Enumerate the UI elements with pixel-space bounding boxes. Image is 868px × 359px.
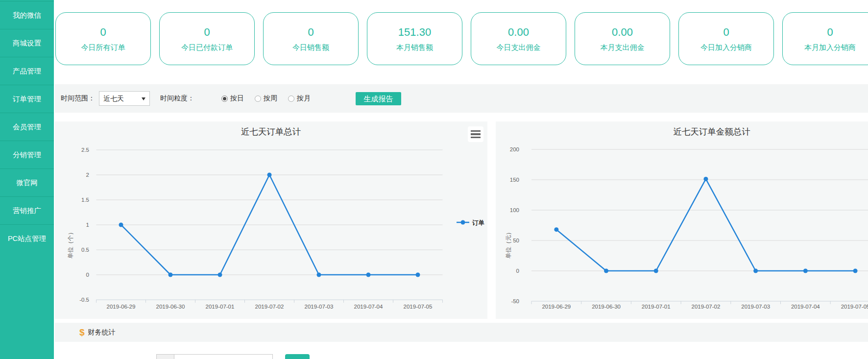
- stat-card-today-commission: 0.00 今日支出佣金: [471, 12, 566, 65]
- svg-text:1.5: 1.5: [81, 197, 89, 203]
- stat-cards-row: 0 今日所有订单 0 今日已付款订单 0 今日销售额 151.30 本月销售额 …: [55, 12, 868, 65]
- input-addon-box: [156, 354, 174, 359]
- stat-value: 0.00: [508, 27, 529, 38]
- dollar-icon: $: [79, 328, 85, 337]
- sidebar-item-distribution-mgmt[interactable]: 分销管理: [0, 141, 54, 168]
- svg-text:0: 0: [516, 268, 519, 274]
- sidebar-item-order-mgmt[interactable]: 订单管理: [0, 85, 54, 113]
- granularity-radio-group: 按日 按周 按月: [221, 94, 321, 103]
- svg-text:2019-07-02: 2019-07-02: [255, 304, 284, 310]
- sidebar-item-product-mgmt[interactable]: 产品管理: [0, 57, 54, 85]
- stat-label: 今日已付款订单: [181, 44, 233, 51]
- stat-card-today-new-distributors: 0 今日加入分销商: [678, 12, 774, 65]
- stat-label: 今日销售额: [292, 44, 329, 51]
- stat-card-month-commission: 0.00 本月支出佣金: [575, 12, 670, 65]
- sidebar-item-pc-site-mgmt[interactable]: PC站点管理: [0, 224, 54, 252]
- stat-value: 0: [100, 27, 106, 38]
- svg-text:50: 50: [513, 238, 519, 243]
- chevron-down-icon: [142, 97, 145, 100]
- svg-text:2019-06-29: 2019-06-29: [542, 304, 571, 310]
- bottom-form: [156, 354, 310, 359]
- svg-text:-0.5: -0.5: [79, 297, 89, 303]
- stat-value: 151.30: [398, 27, 431, 38]
- stat-label: 今日支出佣金: [497, 44, 541, 51]
- stat-label: 今日加入分销商: [700, 44, 752, 51]
- svg-text:2.5: 2.5: [81, 147, 89, 153]
- svg-text:150: 150: [510, 177, 519, 183]
- sidebar-item-marketing[interactable]: 营销推广: [0, 196, 54, 224]
- stat-card-month-sales: 151.30 本月销售额: [367, 12, 462, 65]
- time-range-label: 时间范围：: [61, 94, 95, 103]
- sidebar-item-mall-settings[interactable]: 商城设置: [0, 29, 54, 57]
- order-amount-line-chart: 近七天订单金额总计200150100500-502019-06-292019-0…: [496, 121, 868, 319]
- svg-text:-50: -50: [511, 298, 519, 304]
- finance-section-bar: $ 财务统计: [55, 323, 868, 342]
- svg-text:2019-07-03: 2019-07-03: [741, 304, 770, 310]
- time-range-select[interactable]: 近七天: [99, 91, 150, 106]
- radio-by-week[interactable]: 按周: [255, 94, 277, 103]
- stat-label: 本月销售额: [396, 44, 433, 51]
- main-content: 0 今日所有订单 0 今日已付款订单 0 今日销售额 151.30 本月销售额 …: [54, 0, 868, 359]
- radio-by-month[interactable]: 按月: [288, 94, 311, 103]
- svg-text:1: 1: [86, 222, 89, 228]
- radio-by-day[interactable]: 按日: [221, 94, 244, 103]
- svg-text:2019-07-05: 2019-07-05: [841, 304, 868, 310]
- svg-text:2019-07-01: 2019-07-01: [206, 304, 235, 310]
- svg-text:2019-07-04: 2019-07-04: [791, 304, 820, 310]
- stat-label: 本月加入分销商: [804, 44, 856, 51]
- bottom-submit-button[interactable]: [285, 354, 310, 359]
- svg-text:2019-07-01: 2019-07-01: [642, 304, 671, 310]
- svg-text:2019-07-05: 2019-07-05: [404, 304, 433, 310]
- stat-value: 0: [723, 27, 729, 38]
- sidebar: 我的微信 商城设置 产品管理 订单管理 会员管理 分销管理 微官网 营销推广 P…: [0, 0, 54, 359]
- radio-label: 按日: [230, 94, 244, 103]
- svg-text:近七天订单金额总计: 近七天订单金额总计: [673, 127, 750, 137]
- filter-bar: 时间范围： 近七天 时间粒度： 按日 按周 按月 生成报告: [55, 84, 868, 113]
- stat-value: 0: [827, 27, 833, 38]
- stat-value: 0.00: [612, 27, 633, 38]
- generate-report-button[interactable]: 生成报告: [356, 92, 401, 105]
- svg-text:近七天订单总计: 近七天订单总计: [241, 127, 301, 137]
- stat-card-today-paid-orders: 0 今日已付款订单: [159, 12, 255, 65]
- radio-icon: [255, 96, 261, 102]
- orders-chart-panel: 近七天订单总计2.521.510.50-0.52019-06-292019-06…: [55, 121, 487, 319]
- svg-text:单位（个）: 单位（个）: [67, 229, 74, 259]
- svg-text:100: 100: [510, 207, 519, 213]
- svg-text:2019-06-30: 2019-06-30: [156, 304, 185, 310]
- stat-value: 0: [308, 27, 313, 38]
- svg-text:2: 2: [86, 172, 89, 178]
- svg-text:订单: 订单: [472, 219, 485, 226]
- svg-text:单位（元）: 单位（元）: [505, 229, 512, 259]
- radio-label: 按月: [297, 94, 311, 103]
- stat-card-month-new-distributors: 0 本月加入分销商: [782, 12, 868, 65]
- stat-value: 0: [204, 27, 210, 38]
- finance-section-title: 财务统计: [88, 328, 116, 337]
- sidebar-item-micro-site[interactable]: 微官网: [0, 168, 54, 196]
- order-amount-chart-panel: 近七天订单金额总计200150100500-502019-06-292019-0…: [496, 121, 868, 319]
- radio-icon: [221, 96, 228, 102]
- time-range-selected-value: 近七天: [103, 95, 124, 102]
- svg-text:2019-06-30: 2019-06-30: [592, 304, 621, 310]
- svg-text:2019-06-29: 2019-06-29: [107, 304, 136, 310]
- sidebar-item-member-mgmt[interactable]: 会员管理: [0, 113, 54, 141]
- bottom-text-input[interactable]: [174, 354, 273, 359]
- hamburger-icon: [471, 130, 481, 132]
- svg-text:2019-07-02: 2019-07-02: [692, 304, 721, 310]
- stat-card-today-sales: 0 今日销售额: [263, 12, 359, 65]
- stat-label: 今日所有订单: [81, 44, 125, 51]
- stat-label: 本月支出佣金: [601, 44, 645, 51]
- radio-icon: [288, 96, 294, 102]
- chart-menu-button[interactable]: [468, 126, 483, 142]
- svg-text:2019-07-03: 2019-07-03: [305, 304, 334, 310]
- granularity-label: 时间粒度：: [160, 94, 194, 103]
- radio-label: 按周: [264, 94, 277, 103]
- svg-text:200: 200: [510, 146, 519, 152]
- svg-text:0.5: 0.5: [81, 247, 89, 253]
- sidebar-item-my-wechat[interactable]: 我的微信: [0, 1, 54, 29]
- stat-card-today-orders: 0 今日所有订单: [55, 12, 151, 65]
- orders-line-chart: 近七天订单总计2.521.510.50-0.52019-06-292019-06…: [55, 121, 487, 319]
- svg-text:2019-07-04: 2019-07-04: [354, 304, 383, 310]
- svg-text:0: 0: [86, 272, 89, 278]
